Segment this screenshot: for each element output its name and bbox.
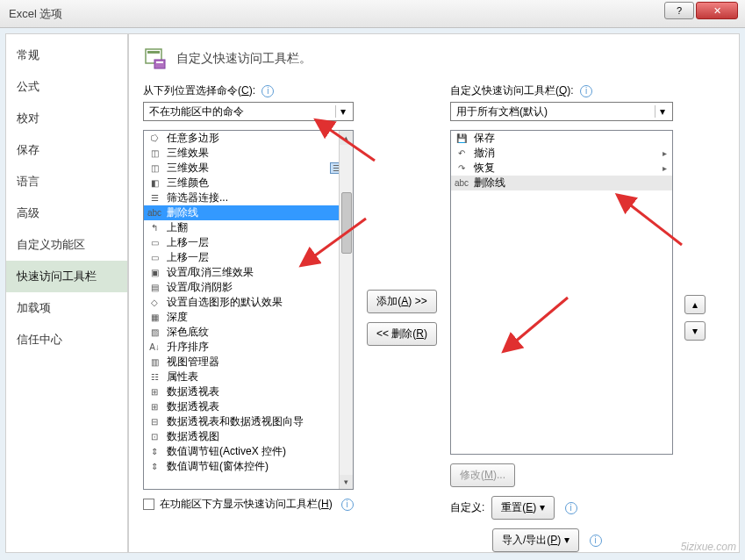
close-button[interactable]: ✕ (696, 2, 738, 19)
list-item[interactable]: abc删除线 (451, 176, 672, 190)
checkbox-box[interactable] (143, 499, 154, 510)
sidebar-item[interactable]: 信任中心 (6, 324, 127, 355)
list-item[interactable]: ⊞数据透视表▸ (144, 384, 353, 399)
sidebar-item[interactable]: 高级 (6, 197, 127, 229)
list-item[interactable]: ⇕数值调节钮(ActiveX 控件) (144, 444, 353, 459)
list-item[interactable]: ▥视图管理器 (144, 355, 353, 370)
help-button[interactable]: ? (664, 2, 694, 19)
list-item[interactable]: ☷属性表 (144, 370, 353, 384)
undo-icon: ↶ (455, 147, 469, 161)
list-item[interactable]: ↷恢复▸ (451, 161, 672, 176)
qat-scope-dropdown[interactable]: 用于所有文档(默认) ▾ (450, 102, 673, 121)
depth-icon: ▦ (147, 311, 161, 325)
list-item[interactable]: ☰筛选器连接... (144, 190, 353, 205)
remove-button[interactable]: << 删除(R) (367, 322, 437, 346)
property-sheet-icon: ☷ (147, 370, 161, 384)
list-item-label: 设置/取消阴影 (167, 280, 233, 295)
transfer-buttons-column: 添加(A) >> << 删除(R) (362, 83, 441, 552)
list-item-label: 上移一层 (167, 235, 209, 250)
choose-commands-label: 从下列位置选择命令(C): i (143, 83, 354, 98)
scroll-thumb[interactable] (341, 192, 352, 254)
titlebar: Excel 选项 ? ✕ (0, 0, 745, 28)
list-item[interactable]: ⭔任意多边形▸ (144, 131, 353, 146)
spinner-activex-icon: ⇕ (147, 445, 161, 459)
main-panel: 自定义快速访问工具栏。 从下列位置选择命令(C): i 不在功能区中的命令 ▾ … (128, 33, 740, 553)
list-item[interactable]: A↓升序排序 (144, 340, 353, 355)
help-icon[interactable]: i (261, 85, 274, 97)
move-down-button[interactable]: ▾ (684, 321, 706, 341)
sidebar-item[interactable]: 快速访问工具栏 (6, 261, 127, 292)
commands-source-dropdown[interactable]: 不在功能区中的命令 ▾ (143, 102, 354, 121)
svg-rect-3 (156, 61, 163, 63)
list-item[interactable]: ◫三维效果☰▾ (144, 161, 353, 176)
3d-toggle-icon: ▣ (147, 266, 161, 280)
help-icon[interactable]: i (565, 502, 577, 514)
sidebar-item[interactable]: 语言 (6, 166, 127, 197)
list-item[interactable]: 💾保存 (451, 131, 672, 146)
modify-button[interactable]: 修改(M)... (450, 463, 515, 487)
columns-container: 从下列位置选择命令(C): i 不在功能区中的命令 ▾ ⭔任意多边形▸◫三维效果… (143, 83, 725, 552)
pivot-wizard-icon: ⊟ (147, 415, 161, 429)
sidebar-item[interactable]: 公式 (6, 71, 127, 103)
quick-access-toolbar-icon (143, 47, 168, 71)
list-item[interactable]: ▦深度▸ (144, 310, 353, 325)
list-item[interactable]: ⊞数据透视表 (144, 399, 353, 414)
show-below-ribbon-checkbox[interactable]: 在功能区下方显示快速访问工具栏(H) i (143, 497, 354, 512)
view-manager-icon: ▥ (147, 355, 161, 370)
list-item-label: 数据透视图 (167, 429, 219, 444)
list-item[interactable]: ▣设置/取消三维效果 (144, 265, 353, 280)
3d-color-icon: ◧ (147, 176, 161, 190)
bring-forward-icon: ▭ (147, 236, 161, 250)
list-item[interactable]: ⊡数据透视图 (144, 429, 353, 444)
up-level-icon: ↰ (147, 221, 161, 235)
scroll-down-icon[interactable]: ▾ (340, 475, 353, 489)
list-item[interactable]: ⇕数值调节钮(窗体控件) (144, 459, 353, 474)
sidebar-item[interactable]: 常规 (6, 39, 127, 71)
save-icon: 💾 (455, 132, 469, 146)
list-item[interactable]: ▨深色底纹 (144, 325, 353, 340)
pivot-table-icon: ⊞ (147, 400, 161, 414)
help-icon[interactable]: i (590, 535, 602, 547)
list-item-label: 深度 (167, 310, 188, 325)
dark-pattern-icon: ▨ (147, 326, 161, 340)
list-item-label: 深色底纹 (167, 325, 209, 340)
list-item[interactable]: ⊟数据透视表和数据透视图向导 (144, 414, 353, 429)
sidebar-item[interactable]: 自定义功能区 (6, 229, 127, 261)
help-icon[interactable]: i (580, 85, 592, 97)
svg-rect-2 (154, 60, 165, 68)
sort-asc-icon: A↓ (147, 341, 161, 355)
list-item[interactable]: ▤设置/取消阴影 (144, 280, 353, 295)
sidebar-item[interactable]: 加载项 (6, 292, 127, 324)
list-item-label: 恢复 (474, 161, 495, 176)
list-item[interactable]: ◫三维效果▸ (144, 146, 353, 161)
list-item[interactable]: ◇设置自选图形的默认效果 (144, 295, 353, 310)
listbox-scrollbar[interactable]: ▴ ▾ (339, 131, 353, 489)
commands-listbox[interactable]: ⭔任意多边形▸◫三维效果▸◫三维效果☰▾◧三维颜色▸☰筛选器连接...abc删除… (143, 130, 354, 490)
list-item-label: 设置自选图形的默认效果 (167, 295, 283, 310)
list-item[interactable]: ▭上移一层▸ (144, 235, 353, 250)
pivot-chart-icon: ⊡ (147, 430, 161, 444)
panel-header: 自定义快速访问工具栏。 (143, 47, 725, 71)
add-button[interactable]: 添加(A) >> (367, 290, 436, 313)
list-item-label: 数值调节钮(窗体控件) (167, 459, 269, 474)
list-item[interactable]: ▭上移一层 (144, 250, 353, 265)
scroll-up-icon[interactable]: ▴ (340, 131, 353, 145)
list-item-label: 保存 (474, 131, 495, 146)
move-up-button[interactable]: ▴ (684, 295, 706, 314)
checkbox-label: 在功能区下方显示快速访问工具栏(H) (160, 497, 333, 512)
list-item[interactable]: ↰上翻 (144, 220, 353, 235)
qat-items-listbox[interactable]: 💾保存↶撤消▸↷恢复▸abc删除线 (450, 130, 673, 455)
svg-rect-1 (147, 51, 160, 54)
list-item-label: 上翻 (167, 220, 188, 235)
sidebar-item[interactable]: 保存 (6, 134, 127, 166)
import-export-button[interactable]: 导入/导出(P) ▾ (492, 528, 579, 552)
list-item[interactable]: abc删除线 (144, 205, 353, 220)
3d-effects-icon: ◫ (147, 162, 161, 176)
customize-qat-label: 自定义快速访问工具栏(Q): i (450, 83, 673, 98)
list-item[interactable]: ↶撤消▸ (451, 146, 672, 161)
list-item[interactable]: ◧三维颜色▸ (144, 176, 353, 190)
reset-button[interactable]: 重置(E) ▾ (491, 496, 554, 520)
window-title: Excel 选项 (9, 6, 62, 22)
sidebar-item[interactable]: 校对 (6, 103, 127, 134)
help-icon[interactable]: i (341, 499, 354, 511)
